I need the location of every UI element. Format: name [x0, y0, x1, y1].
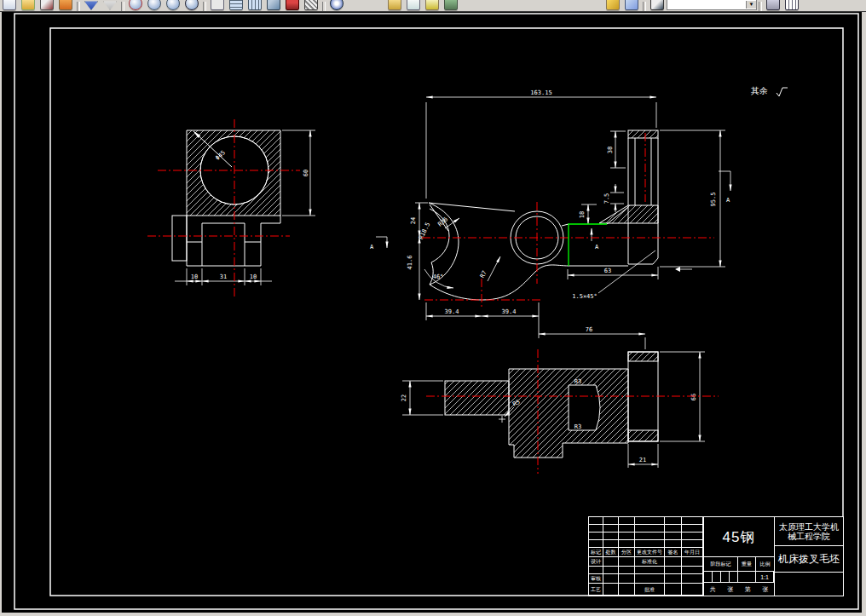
- sheet-no-label: 第: [745, 585, 751, 594]
- dim-7-5: 7.5: [603, 193, 610, 204]
- part-name: 机床拨叉毛坯: [775, 546, 843, 573]
- dim-39-4a: 39.4: [445, 308, 459, 315]
- col-docno: 更改文件号: [635, 548, 664, 556]
- row-design: 设计: [589, 557, 603, 566]
- material-scale-block: 45钢 阶段标记 重量 比例 1:1 共 张 第 张: [703, 516, 775, 596]
- dim-66: 66: [690, 394, 697, 400]
- col-mark: 标记: [589, 548, 603, 556]
- organization: 太原理工大学机 械工程学院: [775, 517, 843, 546]
- dim-60: 60: [303, 170, 309, 176]
- dim-38: 38: [607, 147, 614, 153]
- surface-note: 其余: [751, 86, 768, 95]
- row-standardize: 标准化: [635, 557, 664, 566]
- dim-chamfer: 1.5×45°: [572, 293, 598, 300]
- dim-41-6: 41.6: [407, 256, 413, 270]
- dim-39-4b: 39.4: [502, 308, 517, 315]
- scale-value: 1:1: [756, 572, 774, 582]
- dim-163-15: 163.15: [530, 89, 551, 96]
- weight-label: 重量: [738, 557, 756, 571]
- dim-24: 24: [410, 217, 417, 224]
- col-zone: 分区: [619, 548, 634, 556]
- dim-r3b: R3: [574, 423, 581, 430]
- stage-mark-label: 阶段标记: [704, 557, 738, 571]
- row-process: 工艺: [589, 584, 603, 595]
- col-date: 年月日: [682, 548, 702, 556]
- row-check: 审核: [589, 574, 603, 583]
- org-line1: 太原理工大学机: [779, 522, 839, 532]
- dim-10b: 10: [250, 273, 257, 280]
- dim-31: 31: [220, 273, 227, 280]
- scale-label: 比例: [756, 557, 774, 571]
- dim-95-5: 95.5: [710, 193, 717, 207]
- sheets-label: 张: [727, 585, 733, 594]
- org-line2: 械工程学院: [788, 532, 830, 541]
- material: 45钢: [704, 517, 774, 557]
- title-block: 标记 处数 分区 更改文件号 签名 年月日 设计 标准化 审核 工艺 批准 45…: [588, 516, 844, 596]
- revision-table: 标记 处数 分区 更改文件号 签名 年月日 设计 标准化 审核 工艺 批准: [588, 516, 704, 596]
- dim-21: 21: [639, 457, 646, 463]
- cad-application-window: { "toolbar": { "layer_value": "", "icons…: [0, 0, 866, 616]
- dim-46deg: 46°: [433, 273, 444, 280]
- dim-10a: 10: [191, 273, 198, 280]
- dim-18: 18: [579, 211, 586, 218]
- dim-r3a: R3: [574, 378, 581, 385]
- col-count: 处数: [603, 548, 618, 556]
- sheets-label2: 张: [762, 585, 768, 594]
- dim-22: 22: [401, 394, 407, 401]
- col-sign: 签名: [665, 548, 681, 556]
- dim-76: 76: [586, 326, 592, 333]
- row-approve: 批准: [635, 584, 664, 595]
- org-part-block: 太原理工大学机 械工程学院 机床拨叉毛坯: [774, 516, 844, 596]
- sheets-total-label: 共: [710, 585, 716, 594]
- dim-63: 63: [604, 268, 611, 274]
